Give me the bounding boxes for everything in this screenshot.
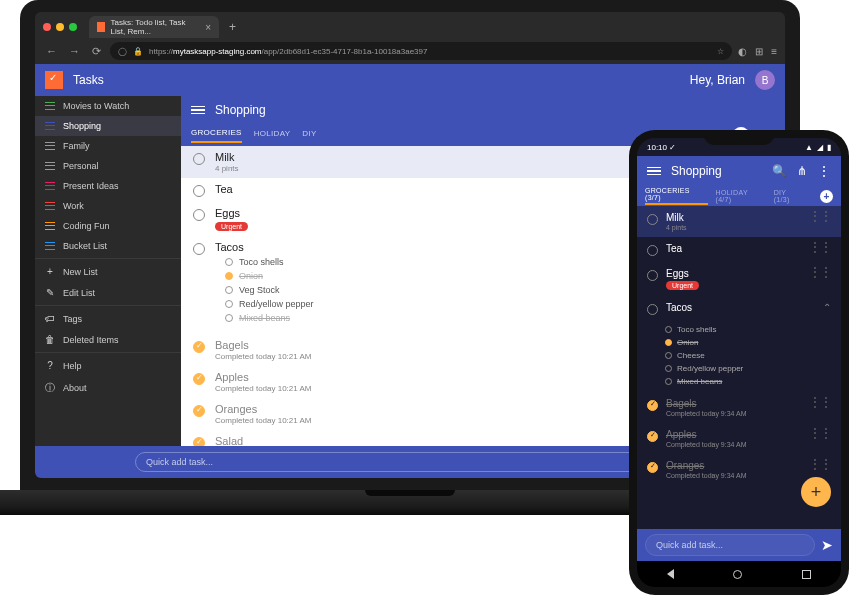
checkbox[interactable] [647,431,658,442]
checkbox[interactable] [193,209,205,221]
checkbox[interactable] [193,437,205,446]
task-row[interactable]: EggsUrgent⋮⋮ [637,262,841,296]
checkbox[interactable] [193,405,205,417]
drag-handle-icon[interactable]: ⋮⋮ [809,429,831,437]
minimize-window-icon[interactable] [56,23,64,31]
sidebar-item-label: Family [63,141,90,151]
category-tab[interactable]: HOLIDAY [254,129,291,142]
send-icon[interactable]: ➤ [821,537,833,553]
checkbox[interactable] [647,304,658,315]
share-icon[interactable]: ⋔ [797,164,807,178]
checkbox[interactable] [647,400,658,411]
fab-add-button[interactable]: + [801,477,831,507]
sidebar-action[interactable]: 🏷Tags [35,308,181,329]
task-row[interactable]: Tea⋮⋮ [637,237,841,262]
sidebar-item[interactable]: Family [35,136,181,156]
window-controls[interactable] [43,23,83,31]
subtask-checkbox[interactable] [225,272,233,280]
sidebar-action[interactable]: ⓘAbout [35,376,181,400]
task-content: OrangesCompleted today 9:34 AM [666,460,801,479]
sidebar-item[interactable]: Present Ideas [35,176,181,196]
drag-handle-icon[interactable]: ⋮⋮ [809,243,831,251]
browser-tab[interactable]: Tasks: Todo list, Task List, Rem... × [89,16,219,38]
task-row[interactable]: Milk4 pints⋮⋮ [637,206,841,237]
checkbox[interactable] [193,185,205,197]
hamburger-icon[interactable] [647,167,661,176]
action-icon: + [45,266,55,277]
drag-handle-icon[interactable]: ⋮⋮ [809,460,831,468]
action-icon: 🗑 [45,334,55,345]
quick-add-input[interactable]: Quick add task... [645,534,815,556]
category-tab[interactable]: DIY [302,129,316,142]
extension-icon[interactable]: ⊞ [755,46,763,57]
new-tab-button[interactable]: + [225,20,240,34]
subtask-checkbox[interactable] [225,258,233,266]
url-bar[interactable]: ◯ 🔒 https://mytasksapp-staging.com/app/2… [110,42,732,60]
subtask-row[interactable]: Mixed beans [665,375,841,388]
star-icon[interactable]: ☆ [717,47,724,56]
list-icon [45,101,55,111]
more-icon[interactable]: ⋮ [817,163,831,179]
subtask-row[interactable]: Onion [665,336,841,349]
checkbox[interactable] [647,270,658,281]
sidebar-action[interactable]: 🗑Deleted Items [35,329,181,350]
search-icon[interactable]: 🔍 [772,164,787,178]
sidebar-action[interactable]: ?Help [35,355,181,376]
sidebar-item[interactable]: Bucket List [35,236,181,256]
sidebar-item[interactable]: Coding Fun [35,216,181,236]
drag-handle-icon[interactable]: ⋮⋮ [809,398,831,406]
sidebar-item[interactable]: Shopping [35,116,181,136]
checkbox[interactable] [193,341,205,353]
nav-back-icon[interactable] [667,569,674,579]
checkbox[interactable] [193,243,205,255]
sidebar-action[interactable]: +New List [35,261,181,282]
task-title: Tacos [666,302,815,313]
back-icon[interactable]: ← [43,45,60,57]
hamburger-icon[interactable] [191,106,205,115]
close-tab-icon[interactable]: × [205,22,211,33]
drag-handle-icon[interactable]: ⋮⋮ [809,212,831,220]
maximize-window-icon[interactable] [69,23,77,31]
subtask-row[interactable]: Red/yellow pepper [665,362,841,375]
category-tab[interactable]: HOLIDAY (4/7) [716,189,766,203]
add-tab-button[interactable]: + [820,190,833,203]
checkbox[interactable] [647,214,658,225]
sidebar-action[interactable]: ✎Edit List [35,282,181,303]
subtask-checkbox[interactable] [665,326,672,333]
checkbox[interactable] [193,373,205,385]
checkbox[interactable] [647,462,658,473]
subtask-row[interactable]: Toco shells [665,323,841,336]
task-row[interactable]: BagelsCompleted today 9:34 AM⋮⋮ [637,392,841,423]
subtask-checkbox[interactable] [225,314,233,322]
drag-handle-icon[interactable]: ⋮⋮ [809,268,831,276]
checkbox[interactable] [647,245,658,256]
task-content: Tea [666,243,801,254]
forward-icon[interactable]: → [66,45,83,57]
sidebar-item[interactable]: Personal [35,156,181,176]
collapse-icon[interactable]: ⌃ [823,302,831,313]
nav-home-icon[interactable] [733,570,742,579]
subtask-checkbox[interactable] [665,339,672,346]
extension-icon[interactable]: ◐ [738,46,747,57]
reload-icon[interactable]: ⟳ [89,45,104,58]
quick-add-input[interactable]: Quick add task... [135,452,685,472]
sidebar-item[interactable]: Work [35,196,181,216]
checkbox[interactable] [193,153,205,165]
subtask-checkbox[interactable] [225,286,233,294]
task-row[interactable]: Tacos⌃ [637,296,841,321]
subtask-checkbox[interactable] [665,365,672,372]
close-window-icon[interactable] [43,23,51,31]
category-tab[interactable]: GROCERIES (3/7) [645,187,708,205]
avatar[interactable]: B [755,70,775,90]
subtask-row[interactable]: Cheese [665,349,841,362]
task-row[interactable]: ApplesCompleted today 9:34 AM⋮⋮ [637,423,841,454]
subtask-checkbox[interactable] [225,300,233,308]
subtask-checkbox[interactable] [665,378,672,385]
nav-recent-icon[interactable] [802,570,811,579]
subtask-title: Red/yellow pepper [677,364,743,373]
category-tab[interactable]: GROCERIES [191,128,242,143]
subtask-checkbox[interactable] [665,352,672,359]
sidebar-item[interactable]: Movies to Watch [35,96,181,116]
menu-icon[interactable]: ≡ [771,46,777,57]
category-tab[interactable]: DIY (1/3) [774,189,804,203]
